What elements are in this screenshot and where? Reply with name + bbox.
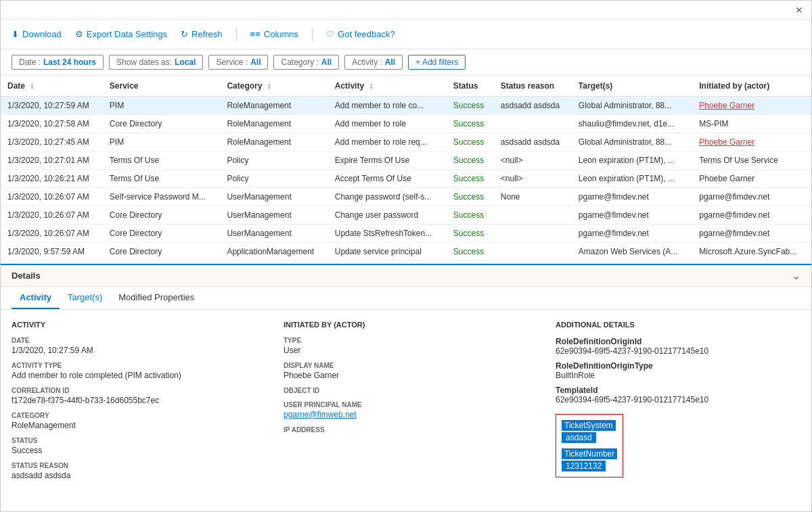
col-header-targets[interactable]: Target(s) bbox=[572, 76, 692, 97]
download-icon: ⬇ bbox=[12, 29, 19, 39]
detail-activity-type-value: Add member to role completed (PIM activa… bbox=[12, 371, 256, 380]
ticket-system-label: TicketSystem bbox=[562, 420, 616, 431]
role-def-origin-id-item: RoleDefinitionOriginId 62e90394-69f5-423… bbox=[556, 337, 800, 356]
col-header-activity[interactable]: Activity ↕ bbox=[328, 76, 447, 97]
detail-status-row: STATUS Success bbox=[12, 437, 256, 455]
detail-date-key: DATE bbox=[12, 337, 256, 344]
detail-category-row: CATEGORY RoleManagement bbox=[12, 412, 256, 430]
activity-filter-label: Activity : bbox=[352, 57, 382, 67]
table-row[interactable]: 1/3/2020, 9:57:59 AMCore DirectoryApplic… bbox=[1, 243, 811, 261]
detail-activity-type-key: ACTIVITY TYPE bbox=[12, 362, 256, 369]
detail-display-name-row: DISPLAY NAME Phoebe Garner bbox=[284, 362, 528, 380]
initiated-by-section-title: INITIATED BY (ACTOR) bbox=[284, 321, 528, 329]
detail-display-name-key: DISPLAY NAME bbox=[284, 362, 528, 369]
detail-ip-row: IP ADDRESS bbox=[284, 426, 528, 434]
main-window: ✕ ⬇ Download ⚙ Export Data Settings ↻ Re… bbox=[0, 0, 812, 512]
detail-correlation-id-row: CORRELATION ID f172de78-f375-44f0-b733-1… bbox=[12, 387, 256, 405]
template-id-value: 62e90394-69f5-4237-9190-012177145e10 bbox=[556, 395, 800, 404]
audit-log-table-container[interactable]: Date ↕ Service Category ↕ Activity ↕ Sta… bbox=[1, 76, 811, 265]
table-row[interactable]: 1/3/2020, 10:27:59 AMPIMRoleManagementAd… bbox=[1, 97, 811, 115]
export-button[interactable]: ⚙ Export Data Settings bbox=[75, 29, 167, 39]
table-row[interactable]: 1/3/2020, 10:26:07 AMCore DirectoryUserM… bbox=[1, 225, 811, 243]
detail-status-value: Success bbox=[12, 446, 256, 455]
details-tabs: Activity Target(s) Modified Properties bbox=[1, 287, 811, 310]
feedback-icon: ♡ bbox=[326, 29, 334, 39]
template-id-item: TemplateId 62e90394-69f5-4237-9190-01217… bbox=[556, 386, 800, 404]
category-filter-value: All bbox=[321, 57, 332, 67]
col-header-date[interactable]: Date ↕ bbox=[1, 76, 103, 97]
template-id-key: TemplateId bbox=[556, 386, 800, 395]
separator-1 bbox=[236, 28, 237, 41]
detail-correlation-id-value: f172de78-f375-44f0-b733-16d6055bc7ec bbox=[12, 396, 256, 405]
service-filter[interactable]: Service : All bbox=[208, 55, 268, 70]
col-header-status-reason[interactable]: Status reason bbox=[494, 76, 572, 97]
audit-log-table: Date ↕ Service Category ↕ Activity ↕ Sta… bbox=[1, 76, 811, 261]
detail-upn-key: USER PRINCIPAL NAME bbox=[284, 401, 528, 409]
title-bar: ✕ bbox=[1, 1, 811, 20]
feedback-button[interactable]: ♡ Got feedback? bbox=[326, 29, 395, 39]
details-toggle-button[interactable]: ⌄ bbox=[792, 269, 800, 282]
role-def-origin-type-key: RoleDefinitionOriginType bbox=[556, 361, 800, 371]
table-row[interactable]: 1/3/2020, 10:26:07 AMCore DirectoryUserM… bbox=[1, 206, 811, 225]
details-section: Details ⌄ Activity Target(s) Modified Pr… bbox=[1, 265, 811, 502]
details-title: Details bbox=[12, 271, 41, 281]
date-filter[interactable]: Date : Last 24 hours bbox=[12, 55, 104, 70]
detail-object-id-row: OBJECT ID bbox=[284, 387, 528, 394]
detail-status-reason-key: STATUS REASON bbox=[12, 462, 256, 469]
refresh-button[interactable]: ↻ Refresh bbox=[181, 29, 223, 39]
ticket-system-value: asdasd bbox=[562, 432, 596, 443]
detail-status-key: STATUS bbox=[12, 437, 256, 444]
tab-targets[interactable]: Target(s) bbox=[60, 287, 110, 309]
additional-details-title: ADDITIONAL DETAILS bbox=[556, 321, 800, 329]
table-header-row: Date ↕ Service Category ↕ Activity ↕ Sta… bbox=[1, 76, 811, 97]
initiated-by-column: INITIATED BY (ACTOR) TYPE User DISPLAY N… bbox=[284, 321, 528, 491]
table-row[interactable]: 1/3/2020, 10:26:07 AMSelf-service Passwo… bbox=[1, 188, 811, 206]
show-dates-filter[interactable]: Show dates as: Local bbox=[109, 55, 203, 70]
ticket-number-item: TicketNumber 12312132 bbox=[562, 448, 617, 471]
download-button[interactable]: ⬇ Download bbox=[12, 29, 62, 39]
col-header-initiated-by[interactable]: Initiated by (actor) bbox=[692, 76, 811, 97]
date-filter-label: Date : bbox=[19, 57, 41, 67]
col-header-status[interactable]: Status bbox=[447, 76, 494, 97]
date-filter-value: Last 24 hours bbox=[43, 57, 96, 67]
activity-column: ACTIVITY DATE 1/3/2020, 10:27:59 AM ACTI… bbox=[12, 321, 256, 491]
activity-filter-value: All bbox=[385, 57, 395, 67]
add-filters-button[interactable]: + Add filters bbox=[408, 55, 466, 70]
tab-activity[interactable]: Activity bbox=[12, 287, 60, 309]
col-header-service[interactable]: Service bbox=[103, 76, 221, 97]
detail-category-value: RoleManagement bbox=[12, 421, 256, 430]
activity-filter[interactable]: Activity : All bbox=[344, 55, 403, 70]
detail-date-value: 1/3/2020, 10:27:59 AM bbox=[12, 346, 256, 355]
table-row[interactable]: 1/3/2020, 10:27:58 AMCore DirectoryRoleM… bbox=[1, 115, 811, 133]
refresh-icon: ↻ bbox=[181, 29, 188, 39]
close-button[interactable]: ✕ bbox=[792, 3, 806, 17]
detail-category-key: CATEGORY bbox=[12, 412, 256, 419]
category-filter-label: Category : bbox=[281, 57, 318, 67]
columns-icon: ≡≡ bbox=[250, 29, 261, 39]
show-dates-label: Show dates as: bbox=[116, 57, 172, 67]
table-row[interactable]: 1/3/2020, 10:26:21 AMTerms Of UsePolicyA… bbox=[1, 170, 811, 188]
service-filter-label: Service : bbox=[216, 57, 248, 67]
tab-modified-properties[interactable]: Modified Properties bbox=[110, 287, 202, 309]
details-content: ACTIVITY DATE 1/3/2020, 10:27:59 AM ACTI… bbox=[1, 310, 811, 502]
col-header-category[interactable]: Category ↕ bbox=[220, 76, 328, 97]
toolbar: ⬇ Download ⚙ Export Data Settings ↻ Refr… bbox=[1, 20, 811, 49]
detail-upn-value[interactable]: pgarne@fimweb.net bbox=[284, 410, 528, 419]
table-row[interactable]: 1/3/2020, 10:27:01 AMTerms Of UsePolicyE… bbox=[1, 152, 811, 170]
category-filter[interactable]: Category : All bbox=[273, 55, 339, 70]
details-header: Details ⌄ bbox=[1, 265, 811, 287]
add-filters-label: + Add filters bbox=[415, 57, 458, 67]
show-dates-value: Local bbox=[175, 57, 196, 67]
detail-object-id-key: OBJECT ID bbox=[284, 387, 528, 394]
detail-upn-row: USER PRINCIPAL NAME pgarne@fimweb.net bbox=[284, 401, 528, 419]
detail-type-key: TYPE bbox=[284, 337, 528, 344]
columns-button[interactable]: ≡≡ Columns bbox=[250, 29, 298, 39]
role-def-origin-id-key: RoleDefinitionOriginId bbox=[556, 337, 800, 346]
detail-status-reason-value: asdsadd asdsda bbox=[12, 471, 256, 480]
table-row[interactable]: 1/3/2020, 10:27:45 AMPIMRoleManagementAd… bbox=[1, 133, 811, 152]
additional-details-column: ADDITIONAL DETAILS RoleDefinitionOriginI… bbox=[556, 321, 800, 491]
ticket-number-value: 12312132 bbox=[562, 461, 606, 471]
ticket-system-item: TicketSystem asdasd bbox=[562, 420, 617, 443]
detail-type-value: User bbox=[284, 346, 528, 355]
detail-display-name-value: Phoebe Garner bbox=[284, 371, 528, 380]
